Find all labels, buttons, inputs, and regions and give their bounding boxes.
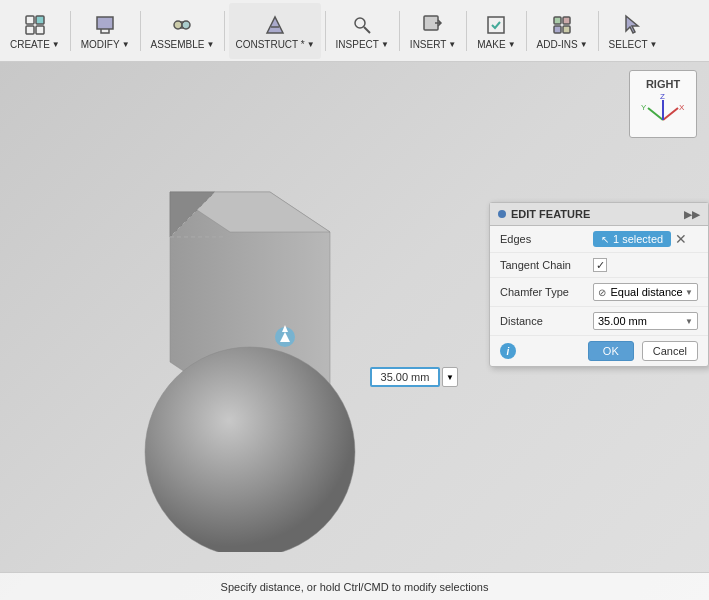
svg-rect-1 [36,16,44,24]
chamfer-type-label: Chamfer Type [500,286,585,298]
panel-header: EDIT FEATURE ▶▶ [490,203,708,226]
main-area: 35.00 mm ▼ RIGHT X Y Z EDIT FEATURE [0,62,709,600]
panel-footer: i OK Cancel [490,336,708,366]
svg-text:Y: Y [641,103,647,112]
toolbar-group-inspect[interactable]: INSPECT▼ [330,3,395,59]
divider-5 [399,11,400,51]
distance-label: Distance [500,315,585,327]
distance-value: 35.00 mm ▼ [593,312,698,330]
dimension-input-container: 35.00 mm ▼ [370,367,458,387]
axis-widget: X Y Z [638,90,688,130]
panel-expand-btn[interactable]: ▶▶ [684,209,700,220]
panel-row-edges: Edges ↖ 1 selected ✕ [490,226,708,253]
svg-text:X: X [679,103,685,112]
assemble-icon [168,11,196,39]
panel-title: EDIT FEATURE [511,208,590,220]
svg-point-6 [355,18,365,28]
chamfer-type-arrow: ▼ [685,288,693,297]
distance-dropdown[interactable]: 35.00 mm ▼ [593,312,698,330]
edit-feature-panel: EDIT FEATURE ▶▶ Edges ↖ 1 selected ✕ Tan… [489,202,709,367]
selected-badge: ↖ 1 selected [593,231,671,247]
status-message: Specify distance, or hold Ctrl/CMD to mo… [221,581,489,593]
divider-1 [70,11,71,51]
divider-6 [466,11,467,51]
divider-2 [140,11,141,51]
svg-rect-10 [554,26,561,33]
svg-rect-11 [563,26,570,33]
svg-rect-0 [26,16,34,24]
create-icon [21,11,49,39]
chamfer-type-text: Equal distance [610,286,682,298]
clear-selection-btn[interactable]: ✕ [675,232,687,246]
modify-icon [91,11,119,39]
insert-label: INSERT▼ [410,39,456,50]
view-indicator: RIGHT X Y Z [629,70,697,138]
insert-icon [419,11,447,39]
viewport-canvas[interactable]: 35.00 mm ▼ RIGHT X Y Z EDIT FEATURE [0,62,709,600]
tangent-chain-checkbox[interactable]: ✓ [593,258,607,272]
panel-row-chamfer-type: Chamfer Type ⊘ Equal distance ▼ [490,278,708,307]
svg-rect-3 [36,26,44,34]
make-icon [482,11,510,39]
select-label: SELECT▼ [609,39,658,50]
svg-rect-9 [563,17,570,24]
toolbar-group-insert[interactable]: INSERT▼ [404,3,462,59]
cursor-icon: ↖ [601,234,609,245]
dimension-dropdown-btn[interactable]: ▼ [442,367,458,387]
toolbar-group-addins[interactable]: ADD-INS▼ [531,3,594,59]
panel-indicator [498,210,506,218]
addins-icon [548,11,576,39]
divider-7 [526,11,527,51]
create-label: CREATE▼ [10,39,60,50]
toolbar-group-assemble[interactable]: ASSEMBLE▼ [145,3,221,59]
panel-header-left: EDIT FEATURE [498,208,590,220]
svg-text:Z: Z [660,92,665,101]
assemble-label: ASSEMBLE▼ [151,39,215,50]
distance-text: 35.00 mm [598,315,647,327]
svg-point-17 [145,347,355,552]
selected-count: 1 selected [613,233,663,245]
distance-arrow: ▼ [685,317,693,326]
svg-rect-2 [26,26,34,34]
divider-4 [325,11,326,51]
svg-rect-8 [554,17,561,24]
chamfer-type-dropdown[interactable]: ⊘ Equal distance ▼ [593,283,698,301]
toolbar-group-select[interactable]: SELECT▼ [603,3,664,59]
tangent-chain-value: ✓ [593,258,698,272]
status-bar: Specify distance, or hold Ctrl/CMD to mo… [0,572,709,600]
info-icon[interactable]: i [500,343,516,359]
panel-row-distance: Distance 35.00 mm ▼ [490,307,708,336]
inspect-label: INSPECT▼ [336,39,389,50]
toolbar-group-modify[interactable]: MODIFY▼ [75,3,136,59]
tangent-chain-label: Tangent Chain [500,259,585,271]
dimension-input[interactable]: 35.00 mm [370,367,440,387]
toolbar-group-construct[interactable]: CONSTRUCT *▼ [229,3,320,59]
inspect-icon [348,11,376,39]
cancel-button[interactable]: Cancel [642,341,698,361]
toolbar: CREATE▼ MODIFY▼ ASSEMBLE▼ [0,0,709,62]
3d-object [140,182,360,552]
addins-label: ADD-INS▼ [537,39,588,50]
edges-value: ↖ 1 selected ✕ [593,231,698,247]
view-label: RIGHT [646,78,680,90]
edges-label: Edges [500,233,585,245]
toolbar-group-create[interactable]: CREATE▼ [4,3,66,59]
construct-label: CONSTRUCT *▼ [235,39,314,50]
make-label: MAKE▼ [477,39,515,50]
svg-line-20 [648,108,663,120]
toolbar-group-make[interactable]: MAKE▼ [471,3,521,59]
construct-icon [261,11,289,39]
divider-8 [598,11,599,51]
ok-button[interactable]: OK [588,341,634,361]
panel-row-tangent: Tangent Chain ✓ [490,253,708,278]
chamfer-type-value: ⊘ Equal distance ▼ [593,283,698,301]
divider-3 [224,11,225,51]
modify-label: MODIFY▼ [81,39,130,50]
select-icon [619,11,647,39]
svg-line-19 [663,108,678,120]
